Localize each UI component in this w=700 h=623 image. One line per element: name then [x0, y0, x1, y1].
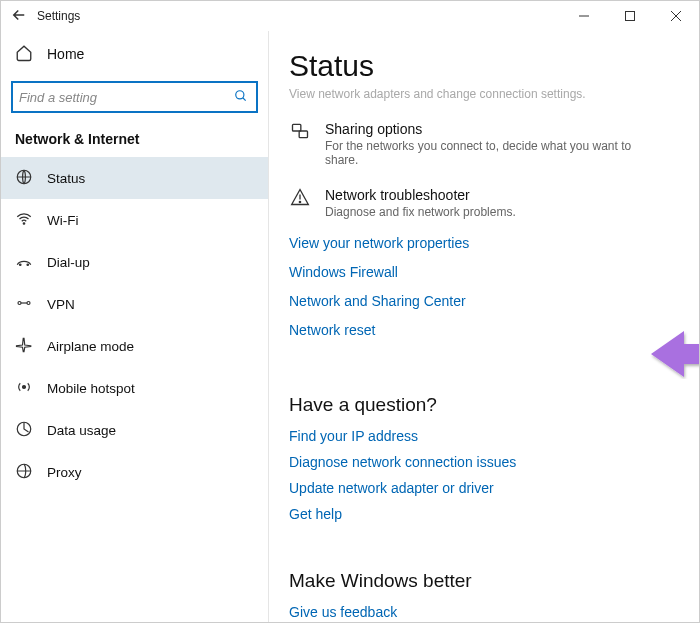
- nav-item-vpn[interactable]: VPN: [1, 283, 268, 325]
- troubleshoot-icon: [289, 187, 311, 219]
- wifi-icon: [15, 210, 33, 231]
- nav-item-label: Status: [47, 171, 85, 186]
- main-content: Status View network adapters and change …: [269, 31, 699, 622]
- section-sub: Diagnose and fix network problems.: [325, 205, 516, 219]
- nav-item-mobile-hotspot[interactable]: Mobile hotspot: [1, 367, 268, 409]
- svg-point-7: [23, 222, 25, 224]
- section-heading: Network troubleshooter: [325, 187, 516, 203]
- nav-list: StatusWi-FiDial-upVPNAirplane modeMobile…: [1, 157, 268, 493]
- datausage-icon: [15, 420, 33, 441]
- svg-point-11: [27, 301, 30, 304]
- home-nav[interactable]: Home: [1, 31, 268, 77]
- hotspot-icon: [15, 378, 33, 399]
- window-controls: [561, 1, 699, 31]
- app-title: Settings: [37, 9, 80, 23]
- close-button[interactable]: [653, 1, 699, 31]
- nav-item-status[interactable]: Status: [1, 157, 268, 199]
- nav-item-dial-up[interactable]: Dial-up: [1, 241, 268, 283]
- airplane-icon: [15, 336, 33, 357]
- help-link-update-network-adapter-or-driver[interactable]: Update network adapter or driver: [289, 480, 679, 496]
- nav-group-label: Network & Internet: [1, 113, 268, 157]
- section-network-troubleshooter[interactable]: Network troubleshooterDiagnose and fix n…: [289, 187, 679, 219]
- home-icon: [15, 44, 33, 65]
- back-button[interactable]: [1, 6, 37, 27]
- search-icon: [234, 89, 248, 106]
- section-heading: Sharing options: [325, 121, 665, 137]
- nav-item-label: Wi-Fi: [47, 213, 78, 228]
- question-heading: Have a question?: [289, 394, 679, 416]
- svg-point-8: [20, 264, 22, 266]
- globe-icon: [15, 168, 33, 189]
- nav-item-label: VPN: [47, 297, 75, 312]
- minimize-button[interactable]: [561, 1, 607, 31]
- faded-description: View network adapters and change connect…: [289, 87, 679, 101]
- help-link-get-help[interactable]: Get help: [289, 506, 679, 522]
- svg-point-9: [27, 264, 29, 266]
- search-box[interactable]: [11, 81, 258, 113]
- better-heading: Make Windows better: [289, 570, 679, 592]
- help-link-find-your-ip-address[interactable]: Find your IP address: [289, 428, 679, 444]
- nav-item-label: Data usage: [47, 423, 116, 438]
- maximize-button[interactable]: [607, 1, 653, 31]
- link-network-and-sharing-center[interactable]: Network and Sharing Center: [289, 293, 679, 309]
- page-title: Status: [289, 49, 679, 83]
- svg-rect-1: [626, 12, 635, 21]
- nav-item-label: Airplane mode: [47, 339, 134, 354]
- section-sharing-options[interactable]: Sharing optionsFor the networks you conn…: [289, 121, 679, 167]
- nav-item-label: Dial-up: [47, 255, 90, 270]
- link-windows-firewall[interactable]: Windows Firewall: [289, 264, 679, 280]
- link-view-your-network-properties[interactable]: View your network properties: [289, 235, 679, 251]
- svg-rect-15: [293, 124, 301, 131]
- feedback-link-give-us-feedback[interactable]: Give us feedback: [289, 604, 679, 620]
- search-input[interactable]: [19, 90, 234, 105]
- nav-item-data-usage[interactable]: Data usage: [1, 409, 268, 451]
- sidebar: Home Network & Internet StatusWi-FiDial-…: [1, 31, 269, 622]
- sharing-icon: [289, 121, 311, 167]
- link-network-reset[interactable]: Network reset: [289, 322, 679, 338]
- nav-item-airplane-mode[interactable]: Airplane mode: [1, 325, 268, 367]
- proxy-icon: [15, 462, 33, 483]
- titlebar: Settings: [1, 1, 699, 31]
- dialup-icon: [15, 252, 33, 273]
- home-label: Home: [47, 46, 84, 62]
- svg-line-5: [243, 97, 246, 100]
- svg-point-18: [299, 201, 300, 202]
- nav-item-proxy[interactable]: Proxy: [1, 451, 268, 493]
- vpn-icon: [15, 294, 33, 315]
- section-sub: For the networks you connect to, decide …: [325, 139, 665, 167]
- svg-point-12: [23, 385, 26, 388]
- svg-rect-16: [299, 131, 307, 138]
- nav-item-label: Proxy: [47, 465, 82, 480]
- nav-item-label: Mobile hotspot: [47, 381, 135, 396]
- nav-item-wi-fi[interactable]: Wi-Fi: [1, 199, 268, 241]
- svg-point-4: [236, 90, 244, 98]
- svg-point-10: [18, 301, 21, 304]
- help-link-diagnose-network-connection-issues[interactable]: Diagnose network connection issues: [289, 454, 679, 470]
